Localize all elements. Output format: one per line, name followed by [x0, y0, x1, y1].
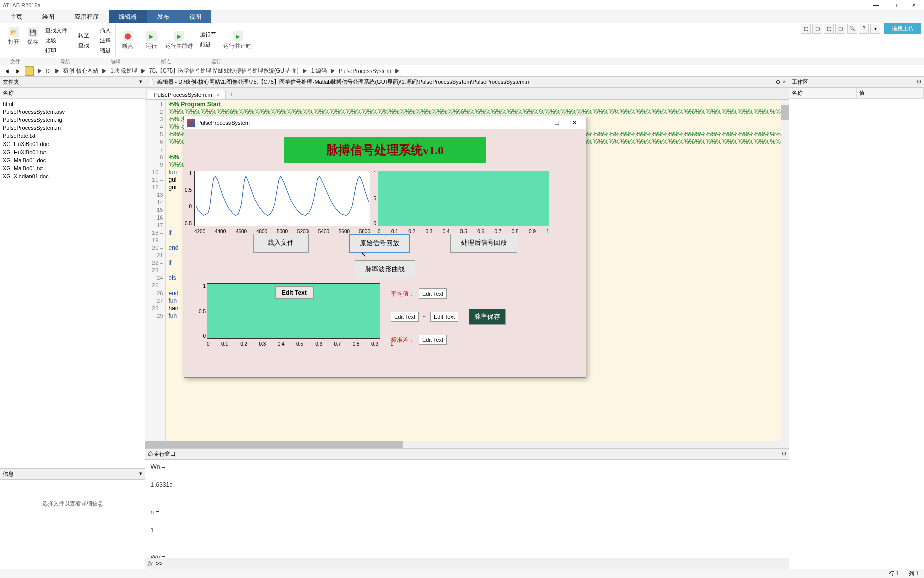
cmd-dropdown-icon[interactable]: ⊙ — [782, 450, 786, 458]
qa-dropdown[interactable]: ▾ — [870, 24, 880, 34]
tab-editor[interactable]: 编辑器 — [109, 10, 147, 23]
save-button[interactable]: 💾保存 — [24, 26, 41, 55]
group-bp-label: 断点 — [161, 58, 171, 65]
detail-header: 信息 ▾ — [0, 469, 145, 480]
path-fwd-button[interactable]: ► — [14, 68, 22, 74]
file-item[interactable]: PulseProcessSystem.fig — [3, 116, 142, 124]
file-item[interactable]: XG_HuXiBo01.doc — [3, 140, 142, 148]
file-item[interactable]: PulseRate.txt — [3, 132, 142, 140]
horizontal-scrollbar[interactable] — [145, 441, 788, 448]
find-files-button[interactable]: 查找文件 — [43, 26, 69, 35]
qa-btn-1[interactable]: ▢ — [801, 24, 811, 34]
raw-signal-axes[interactable]: 10.50-0.5 420044004600480050005200540056… — [194, 171, 370, 226]
gui-titlebar[interactable]: PulseProcessSystem — □ ✕ — [184, 116, 586, 129]
close-tab-icon[interactable]: ✕ — [216, 92, 220, 98]
advance-button[interactable]: 前进 — [198, 40, 218, 49]
print-button[interactable]: 打印 — [43, 46, 69, 55]
gui-minimize-button[interactable]: — — [530, 117, 548, 128]
replay-raw-button[interactable]: 原始信号回放 — [349, 234, 410, 253]
group-file-label: 文件 — [10, 58, 20, 65]
pulse-curve-button[interactable]: 脉率波形曲线 — [355, 260, 415, 278]
address-bar[interactable]: ◄ ► ▶D: ▶猿创-核心网站 ▶1.图像处理 ▶75.【C75】医学信号处理… — [0, 65, 924, 77]
compare-button[interactable]: 比较 — [43, 36, 69, 45]
range-max-input[interactable]: Edit Text — [430, 312, 458, 322]
editor-dropdown-icon[interactable]: ⊙ — [776, 79, 780, 85]
load-file-button[interactable]: 载入文件 — [253, 234, 309, 253]
path-seg-4[interactable]: 1.源码 — [311, 67, 327, 75]
vertical-scrollbar[interactable] — [781, 100, 789, 441]
gui-close-button[interactable]: ✕ — [566, 117, 583, 128]
path-seg-5[interactable]: PulseProcessSystem — [339, 68, 391, 74]
tab-publish[interactable]: 发布 — [147, 10, 179, 23]
qa-search[interactable]: 🔍 — [847, 24, 857, 34]
goto-button[interactable]: 转至 — [76, 31, 91, 40]
std-value-input[interactable]: Edit Text — [419, 335, 447, 345]
path-seg-2[interactable]: 1.图像处理 — [110, 67, 137, 75]
quick-access-toolbar: ▢ ▢ ▢ ▢ 🔍 ? ▾ 拖拽上传 — [801, 23, 921, 34]
qa-btn-3[interactable]: ▢ — [824, 24, 834, 34]
indent-button[interactable]: 缩进 — [98, 46, 113, 55]
plot2-x-ticks: 00.10.20.30.40.50.60.70.80.91 — [378, 229, 549, 234]
plot2-y-ticks: 1.50 — [370, 171, 376, 226]
file-item[interactable]: XG_MaiBo01.txt — [3, 164, 142, 172]
run-advance-button[interactable]: ▶运行并前进 — [162, 30, 196, 51]
tab-plot[interactable]: 绘图 — [32, 10, 64, 23]
command-output[interactable]: Wn = 1.6331e n = 1 Wn = 1.6331e+13 — [145, 460, 788, 558]
find-button[interactable]: 查找 — [76, 41, 91, 50]
editor-close-button[interactable]: × — [783, 79, 786, 85]
command-prompt[interactable]: fx >> — [145, 558, 788, 569]
ws-col-value[interactable]: 值 — [857, 88, 924, 98]
run-button[interactable]: ▶运行 — [143, 30, 160, 51]
path-seg-3[interactable]: 75.【C75】医学信号处理-Matlab脉搏信号处理系统(GUI界面) — [149, 67, 299, 75]
edit-text-overlay[interactable]: Edit Text — [275, 286, 314, 299]
file-item[interactable]: PulseProcessSystem.m — [3, 124, 142, 132]
tab-apps[interactable]: 应用程序 — [64, 10, 109, 23]
path-back-button[interactable]: ◄ — [3, 68, 11, 74]
path-seg-1[interactable]: 猿创-核心网站 — [63, 67, 99, 75]
range-min-input[interactable]: Edit Text — [391, 312, 419, 322]
run-section-button[interactable]: 运行节 — [198, 30, 218, 39]
qa-btn-4[interactable]: ▢ — [835, 24, 845, 34]
ribbon-tabs: 主页 绘图 应用程序 编辑器 发布 视图 — [0, 10, 924, 23]
ws-col-name[interactable]: 名称 — [789, 88, 857, 98]
replay-processed-button[interactable]: 处理后信号回放 — [450, 234, 517, 253]
ws-dropdown-icon[interactable]: ⊙ — [917, 78, 921, 86]
insert-button[interactable]: 插入 — [98, 26, 113, 35]
window-maximize-button[interactable]: □ — [887, 2, 902, 9]
comment-button[interactable]: 注释 — [98, 36, 113, 45]
ribbon-group-labels: 文件 导航 编辑 断点 运行 — [0, 58, 924, 65]
gui-figure-window: PulseProcessSystem — □ ✕ 脉搏信号处理系统v1.0 10… — [184, 116, 586, 378]
file-item[interactable]: XG_Xindian01.doc — [3, 172, 142, 180]
qa-btn-2[interactable]: ▢ — [812, 24, 822, 34]
panel-dropdown-icon[interactable]: ▾ — [139, 78, 142, 86]
detail-dropdown-icon[interactable]: ▾ — [139, 470, 142, 478]
breakpoints-button[interactable]: 🔴断点 — [119, 30, 136, 51]
pulse-rate-axes[interactable]: 10.50 Edit Text 00.10.20.30.40.50.60.70.… — [194, 283, 380, 339]
avg-label: 平均值： — [391, 290, 415, 298]
add-tab-button[interactable]: + — [226, 89, 238, 99]
avg-value-input[interactable]: Edit Text — [419, 288, 447, 299]
run-time-button[interactable]: ▶运行并计时 — [220, 30, 254, 51]
open-button[interactable]: 📂打开 — [5, 26, 22, 55]
upload-button[interactable]: 拖拽上传 — [884, 23, 921, 34]
folder-icon[interactable] — [25, 66, 34, 76]
editor-tab[interactable]: PulseProcessSystem.m ✕ — [148, 90, 225, 99]
file-item[interactable]: PulseProcessSystem.asv — [3, 108, 142, 116]
save-pulse-button[interactable]: 脉率保存 — [469, 309, 506, 325]
app-titlebar: ATLAB R2016a — □ × — [0, 0, 924, 10]
file-item[interactable]: XG_MaiBo01.doc — [3, 156, 142, 164]
current-folder-panel: 文件夹 ▾ 名称 html PulseProcessSystem.asv Pul… — [0, 77, 145, 569]
file-item[interactable]: XG_HuXiBo01.txt — [3, 148, 142, 156]
processed-signal-axes[interactable]: 1.50 00.10.20.30.40.50.60.70.80.91 — [378, 171, 549, 226]
qa-help[interactable]: ? — [859, 24, 869, 34]
window-minimize-button[interactable]: — — [868, 2, 883, 9]
fx-icon[interactable]: fx — [148, 560, 152, 567]
gui-maximize-button[interactable]: □ — [548, 117, 566, 128]
file-item[interactable]: html — [3, 100, 142, 108]
tab-view[interactable]: 视图 — [179, 10, 211, 23]
name-column-header[interactable]: 名称 — [0, 88, 145, 99]
tab-home[interactable]: 主页 — [0, 10, 32, 23]
path-drive[interactable]: D: — [46, 68, 51, 74]
window-close-button[interactable]: × — [906, 2, 921, 9]
clock-icon: ▶ — [233, 31, 243, 41]
